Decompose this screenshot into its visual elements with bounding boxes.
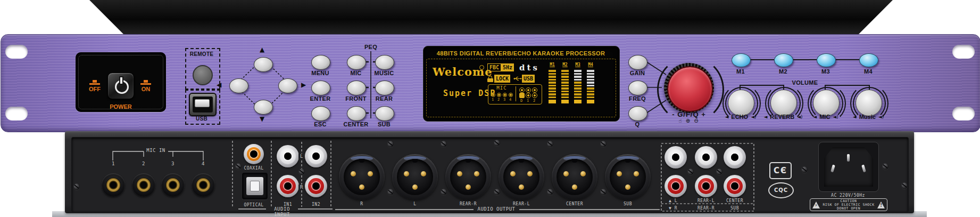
peq-center-button[interactable]: [347, 106, 366, 121]
screw: [387, 141, 394, 147]
speaker-loud-icon: ◄): [878, 114, 884, 119]
rack-hole: [952, 107, 975, 120]
aux-label: 1: [525, 99, 530, 103]
input-left-label: L: [298, 154, 305, 159]
screw: [882, 163, 888, 170]
rack-hole: [5, 107, 28, 120]
in1-right-jack: [277, 175, 299, 197]
q-button[interactable]: [628, 106, 647, 121]
fbc-hz-label: 5Hz: [501, 63, 514, 71]
mic-indicator-dot: [509, 93, 513, 97]
mic-jack-3: [161, 173, 185, 197]
enter-button[interactable]: [311, 81, 330, 95]
echo-volume-knob[interactable]: [728, 90, 754, 116]
peq-front-button[interactable]: [347, 81, 366, 95]
volume-title: VOLUME: [787, 79, 823, 86]
gfq-knob-label: - G/F/Q +: [662, 110, 716, 118]
rca-hole: [672, 154, 679, 161]
xlr-pin: [368, 171, 373, 176]
rack-hole: [5, 45, 28, 59]
nav-right-button[interactable]: [278, 78, 297, 93]
rca-out-l: [665, 146, 687, 168]
in2-left-jack: [305, 145, 327, 167]
mic-number: 2: [496, 98, 501, 102]
rca-out-r: [665, 175, 687, 197]
aux-indicator: [519, 87, 525, 93]
xlr-label-sub: SUB: [609, 202, 646, 206]
speaker-quiet-icon: ◄: [725, 114, 728, 119]
enter-label: ENTER: [304, 95, 336, 102]
down-arrow-icon: ▼: [669, 206, 671, 211]
memory-m4-button[interactable]: [859, 53, 878, 67]
memory-m2-button[interactable]: [774, 53, 793, 67]
power-button[interactable]: [107, 73, 134, 99]
screw: [235, 163, 242, 170]
rca-label-rear-l: REAR-L: [693, 198, 719, 203]
gain-label: GAIN: [621, 70, 653, 76]
peq-sub-label: SUB: [369, 121, 399, 127]
gain-button[interactable]: [628, 55, 647, 70]
cqc-mark: CQC: [768, 182, 794, 198]
nav-left-button[interactable]: [229, 78, 248, 93]
music-volume-knob[interactable]: [856, 90, 882, 116]
reverb-volume-knob[interactable]: [770, 90, 797, 116]
mic-number: 3: [502, 98, 507, 102]
lcd-header: 48BITS DIGITAL REVERB/ECHO KARAOKE PROCE…: [423, 50, 619, 57]
peq-music-button[interactable]: [375, 55, 394, 70]
xlr-pin: [634, 171, 639, 176]
peq-title: PEQ: [358, 44, 384, 50]
gfq-rotary-knob[interactable]: [667, 66, 713, 112]
rca-hole: [731, 154, 738, 161]
xlr-output-r: [339, 154, 385, 200]
rca-label-sub: SUB: [722, 206, 748, 211]
xlr-face: [450, 159, 486, 195]
freq-button[interactable]: [628, 81, 647, 95]
lcd-mic-label: MIC: [494, 85, 510, 91]
mic-in-number: 2: [139, 161, 148, 166]
speaker-quiet-icon: ◄: [813, 114, 817, 119]
level-meter-m3: [574, 69, 582, 103]
menu-button[interactable]: [311, 55, 330, 70]
ac-rating-label: AC 220V/50Hz: [824, 193, 872, 198]
mic-volume-knob[interactable]: [813, 90, 840, 116]
xlr-pin: [474, 171, 479, 176]
screw: [600, 189, 607, 195]
xlr-output-sub: [605, 154, 651, 200]
in2-label: IN2: [306, 202, 326, 207]
screw: [73, 183, 80, 190]
xlr-face: [344, 159, 380, 195]
xlr-pin: [412, 184, 418, 190]
meter-label-m4: M4: [586, 62, 595, 67]
xlr-pin: [351, 171, 356, 176]
in2-right-jack: [305, 175, 327, 197]
mic-jack-2: [132, 173, 155, 197]
esc-label: ESC: [304, 121, 336, 127]
peq-rear-button[interactable]: [375, 81, 394, 95]
usb-port: [189, 93, 217, 116]
speaker-quiet-icon: ◄: [763, 114, 767, 119]
rca-label-text: L: [675, 198, 677, 203]
rca-hole: [702, 154, 710, 161]
esc-button[interactable]: [311, 106, 330, 121]
screw: [801, 166, 808, 173]
memory-m1-label: M1: [730, 68, 751, 75]
xlr-pin: [563, 171, 569, 176]
nav-up-button[interactable]: [254, 57, 273, 72]
warning-lightning-icon: ⚡: [812, 202, 820, 208]
peq-mic-button[interactable]: [347, 55, 366, 70]
warning-exclamation-icon: !: [877, 202, 885, 208]
mic-in-label: MIC IN: [144, 148, 168, 153]
memory-m1-button[interactable]: [732, 53, 751, 67]
fbc-badge: FBC 5Hz: [487, 63, 514, 71]
rca-label-l: ▲ L: [664, 198, 682, 203]
xlr-face: [610, 159, 646, 195]
coaxial-label: COAXIAL: [239, 166, 269, 171]
xlr-notch: [359, 159, 364, 163]
arrow-right-icon: ▶: [301, 81, 306, 89]
ac-pin: [847, 154, 850, 162]
nav-down-button[interactable]: [254, 100, 273, 115]
peq-sub-button[interactable]: [375, 106, 394, 121]
memory-m3-button[interactable]: [817, 53, 836, 67]
xlr-pin: [510, 171, 516, 176]
rca-out-sub: [724, 175, 746, 197]
